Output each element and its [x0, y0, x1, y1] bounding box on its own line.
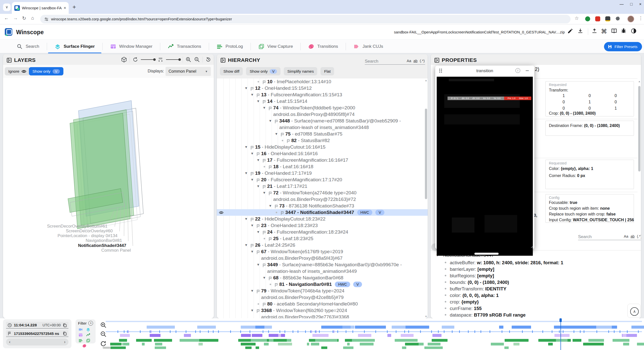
trace-entry-segment[interactable] [435, 346, 443, 349]
regex-icon[interactable]: (.*) [420, 59, 425, 63]
tree-node-75[interactable]: ▼75 - ed70f88 StatusBar#75 [217, 131, 428, 137]
trace-entry-segment[interactable] [407, 343, 419, 345]
trace-entry-segment[interactable] [110, 343, 121, 345]
hierarchy-search[interactable]: Aa ab (.*) [365, 58, 425, 65]
transactions-icon[interactable] [86, 333, 90, 337]
trace-entry-segment[interactable] [269, 334, 285, 337]
tab-window-manager[interactable]: Window Manager [103, 40, 160, 53]
trace-entry-segment[interactable] [452, 330, 453, 333]
simplify-names-chip[interactable]: Simplify names [284, 67, 317, 75]
expand-arrow-icon[interactable]: ▼ [257, 261, 262, 268]
collapse-filter-icon[interactable]: ∧ [88, 321, 93, 326]
trace-entry-segment[interactable] [542, 330, 543, 333]
expand-arrow-icon[interactable]: ▼ [269, 203, 274, 209]
timeline-scrollbar[interactable]: ‹ › [6, 338, 68, 345]
reload-icon[interactable]: ↻ [22, 15, 26, 21]
trace-entry-segment[interactable] [432, 339, 448, 342]
trace-entry-segment[interactable] [334, 330, 334, 333]
trace-entry-segment[interactable] [315, 330, 316, 333]
new-tab-button[interactable]: + [72, 4, 76, 11]
tree-node-68[interactable]: ▼68 - 885b63e NavigationBar0#68 [217, 275, 428, 281]
expand-arrow-icon[interactable]: ▼ [245, 216, 250, 222]
ns-time-field[interactable]: 1715339054227572545 ns [6, 330, 68, 337]
copy-icon[interactable] [63, 323, 67, 327]
view-capture-icon[interactable] [86, 338, 90, 343]
url-field[interactable]: winscope.teams.x20web.corp.google.com/pr… [40, 15, 571, 23]
trace-entry-segment[interactable] [128, 330, 129, 333]
tab-search[interactable]: Search [9, 40, 47, 53]
info-icon[interactable]: i [515, 68, 520, 73]
trace-entry-segment[interactable] [337, 330, 338, 333]
tree-node-20[interactable]: ▼20 - FullscreenMagnification:17:17#20 [217, 177, 428, 183]
trace-entry-segment[interactable] [352, 330, 353, 333]
trace-entry-segment[interactable] [613, 339, 629, 342]
expand-arrow-icon[interactable]: ▼ [251, 307, 256, 314]
expand-arrow-icon[interactable]: ▼ [251, 288, 256, 294]
tree-node-82[interactable]: 82 - StatusBar#82 [217, 137, 428, 144]
trace-entry-segment[interactable] [264, 326, 272, 329]
trace-entry-segment[interactable] [240, 330, 241, 333]
trace-entry-segment[interactable] [311, 330, 312, 333]
trace-entry-segment[interactable] [396, 330, 396, 333]
expand-arrow-icon[interactable]: ▼ [251, 150, 256, 157]
expand-arrow-icon[interactable]: ▼ [263, 275, 268, 281]
show-only-chip[interactable]: Show only V [29, 67, 63, 75]
transitions-icon[interactable] [82, 344, 87, 348]
close-icon[interactable]: × [639, 2, 641, 7]
expand-arrow-icon[interactable]: ▼ [263, 105, 268, 111]
scroll-right-icon[interactable]: › [64, 340, 65, 344]
trace-entry-segment[interactable] [364, 330, 365, 333]
properties-scrollbar[interactable]: ▲ [638, 79, 641, 243]
bookmark-star-icon[interactable]: ☆ [575, 15, 579, 21]
trace-entry-segment[interactable] [401, 334, 414, 337]
trace-entry-segment[interactable] [256, 346, 259, 349]
tree-node-26[interactable]: ▼26 - Leaf:24:25#26 [217, 242, 428, 248]
download-icon[interactable] [577, 28, 584, 35]
trace-entry-segment[interactable] [121, 339, 127, 342]
match-word-icon[interactable]: ab [631, 234, 635, 238]
home-icon[interactable]: ⌂ [31, 15, 34, 21]
minimize-icon[interactable]: — [620, 2, 624, 7]
tab-search-button[interactable]: ∨ [3, 4, 11, 11]
report-bug-icon[interactable] [620, 28, 627, 35]
expand-arrow-icon[interactable]: ▼ [251, 222, 256, 229]
tab-protolog[interactable]: ProtoLog [209, 40, 251, 53]
expand-arrow-icon[interactable]: ▼ [245, 85, 250, 92]
trace-entry-segment[interactable] [480, 330, 481, 333]
trace-entry-segment[interactable] [420, 330, 421, 333]
trace-entry-segment[interactable] [182, 339, 190, 342]
human-time-field[interactable]: 11:04:14.228 UTC+00:00 [6, 322, 68, 329]
trace-entry-segment[interactable] [278, 334, 281, 337]
hierarchy-scrollbar[interactable]: ▲ ▼ [425, 78, 427, 318]
spacing-slider[interactable] [166, 59, 180, 60]
site-settings-icon[interactable] [44, 17, 49, 21]
transition-dialog[interactable]: transition i – P: 0 / 1dX: 0.0dY: 0.0Xv:… [435, 66, 534, 249]
trace-entry-segment[interactable] [402, 346, 406, 349]
surface-flinger-icon[interactable] [86, 327, 90, 332]
node-property[interactable]: dataspace: BT709 sRGB Full range [445, 312, 526, 318]
trace-entry-segment[interactable] [563, 330, 564, 333]
tab-jank-cujs[interactable]: Jank CUJs [346, 40, 391, 53]
displays-select[interactable]: Common Panel ▼ [166, 67, 211, 76]
trace-entry-segment[interactable] [154, 339, 160, 342]
trace-entry-segment[interactable] [548, 343, 553, 345]
tree-node-25[interactable]: 25 - Leaf:18:23#25 [217, 235, 428, 242]
window-manager-icon[interactable] [78, 333, 83, 337]
expand-arrow-icon[interactable]: ▼ [245, 144, 250, 150]
expand-arrow-icon[interactable]: ▼ [257, 183, 262, 190]
edit-icon[interactable] [567, 28, 574, 35]
trace-entry-segment[interactable] [346, 330, 346, 333]
trace-entry-segment[interactable] [197, 326, 216, 329]
trace-entry-segment[interactable] [321, 346, 327, 349]
trace-entry-segment[interactable] [241, 343, 256, 345]
trace-entry-segment[interactable] [150, 330, 150, 333]
collapse-panel-icon[interactable] [220, 58, 226, 63]
trace-entry-segment[interactable] [442, 326, 455, 329]
match-word-icon[interactable]: ab [414, 59, 418, 63]
rotation-slider[interactable] [141, 59, 155, 60]
trace-entry-segment[interactable] [596, 330, 597, 333]
timeline-tracks[interactable] [106, 318, 642, 350]
extension-icon-green[interactable] [585, 16, 590, 21]
trace-entry-segment[interactable] [142, 343, 145, 345]
trace-entry-segment[interactable] [360, 343, 374, 345]
